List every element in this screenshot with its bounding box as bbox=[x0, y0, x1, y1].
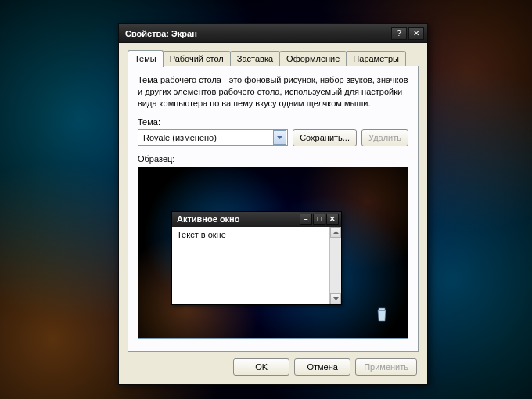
scroll-up-icon bbox=[330, 227, 341, 238]
sample-label: Образец: bbox=[138, 154, 408, 164]
close-icon: ✕ bbox=[329, 215, 336, 223]
sample-close-button: ✕ bbox=[326, 214, 339, 225]
titlebar[interactable]: Свойства: Экран ? ✕ bbox=[119, 24, 427, 43]
sample-window-title: Активное окно bbox=[177, 214, 299, 224]
sample-maximize-button: □ bbox=[313, 214, 325, 225]
close-button[interactable]: ✕ bbox=[408, 27, 424, 40]
sample-minimize-button: – bbox=[300, 214, 312, 225]
scroll-down-icon bbox=[330, 293, 341, 304]
dialog-buttons: OK Отмена Применить bbox=[233, 358, 417, 376]
close-icon: ✕ bbox=[413, 29, 419, 38]
sample-body: Текст в окне bbox=[172, 227, 341, 304]
tab-strip: Темы Рабочий стол Заставка Оформление Па… bbox=[128, 50, 406, 67]
sample-scrollbar bbox=[329, 227, 341, 304]
sample-window: Активное окно – □ ✕ Текст в окне bbox=[171, 211, 342, 305]
dialog-title: Свойства: Экран bbox=[125, 29, 390, 38]
theme-label: Тема: bbox=[138, 117, 408, 127]
save-theme-button[interactable]: Сохранить... bbox=[293, 129, 357, 146]
minimize-icon: – bbox=[304, 215, 307, 223]
theme-combobox[interactable]: Royale (изменено) bbox=[138, 129, 288, 146]
svg-rect-0 bbox=[379, 308, 385, 311]
sample-body-text: Текст в окне bbox=[172, 227, 329, 304]
sample-titlebar: Активное окно – □ ✕ bbox=[172, 212, 341, 227]
chevron-down-icon bbox=[277, 136, 282, 139]
themes-panel: Тема рабочего стола - это фоновый рисуно… bbox=[128, 66, 419, 352]
ok-button[interactable]: OK bbox=[233, 358, 289, 376]
combobox-dropdown-button[interactable] bbox=[273, 130, 286, 145]
cancel-button[interactable]: Отмена bbox=[294, 358, 350, 376]
apply-button: Применить bbox=[355, 358, 417, 376]
theme-preview: Активное окно – □ ✕ Текст в окне bbox=[138, 167, 408, 339]
help-icon: ? bbox=[397, 29, 401, 38]
theme-row: Royale (изменено) Сохранить... Удалить bbox=[138, 129, 408, 146]
theme-combobox-value: Royale (изменено) bbox=[138, 133, 273, 142]
maximize-icon: □ bbox=[317, 215, 321, 223]
client-area: Темы Рабочий стол Заставка Оформление Па… bbox=[121, 45, 425, 382]
theme-description: Тема рабочего стола - это фоновый рисуно… bbox=[138, 74, 408, 110]
tab-themes[interactable]: Темы bbox=[128, 50, 164, 67]
display-properties-dialog: Свойства: Экран ? ✕ Темы Рабочий стол За… bbox=[118, 23, 428, 385]
delete-theme-button: Удалить bbox=[361, 129, 408, 146]
recycle-bin-icon bbox=[372, 307, 392, 327]
help-button[interactable]: ? bbox=[391, 27, 407, 40]
